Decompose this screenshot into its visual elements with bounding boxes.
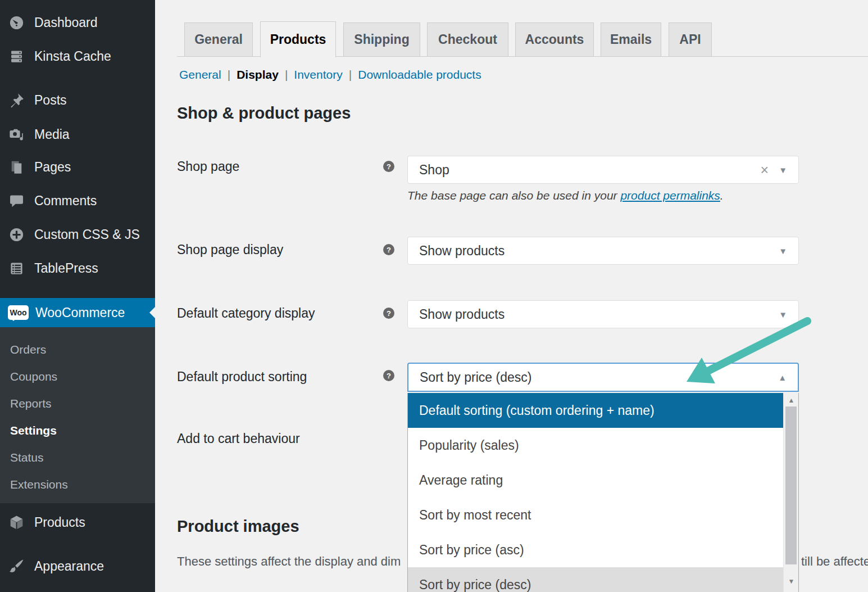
dropdown-scrollbar[interactable]: ▲ ▼ — [783, 393, 798, 592]
sorting-options-dropdown: Default sorting (custom ordering + name)… — [407, 393, 799, 592]
sidebar-item-custom-css-js[interactable]: Custom CSS & JS — [0, 221, 155, 248]
table-list-icon — [8, 260, 25, 277]
product-images-description-right: till be affecte — [801, 554, 868, 569]
default-product-sorting-select[interactable]: Sort by price (desc) ▲ — [407, 363, 799, 392]
sidebar-item-media[interactable]: Media — [0, 121, 155, 148]
server-icon — [8, 48, 25, 65]
sidebar-item-tablepress[interactable]: TablePress — [0, 255, 155, 282]
subnav-separator: | — [285, 68, 288, 81]
subnav-link-inventory[interactable]: Inventory — [294, 68, 342, 81]
submenu-item-reports[interactable]: Reports — [0, 390, 155, 417]
shop-page-select-value: Shop — [419, 162, 449, 178]
helper-prefix: The base page can also be used in your — [407, 189, 620, 202]
comment-icon — [8, 192, 25, 209]
option-default-sorting[interactable]: Default sorting (custom ordering + name) — [408, 393, 784, 428]
tab-general[interactable]: General — [184, 22, 253, 56]
sidebar-item-label: Custom CSS & JS — [34, 227, 140, 242]
section-title-shop-product-pages: Shop & product pages — [177, 104, 351, 123]
sidebar-item-dashboard[interactable]: Dashboard — [0, 9, 155, 36]
label-default-category-display: Default category display — [177, 306, 315, 321]
sidebar-item-label: Appearance — [34, 559, 104, 574]
sidebar-item-pages[interactable]: Pages — [0, 153, 155, 180]
scroll-up-icon[interactable]: ▲ — [784, 394, 799, 406]
plus-circle-icon — [8, 226, 25, 243]
submenu-item-status[interactable]: Status — [0, 444, 155, 471]
subnav-separator: | — [228, 68, 230, 81]
woocommerce-settings-page: Dashboard Kinsta Cache Posts Media Pages — [0, 0, 868, 592]
tab-products[interactable]: Products — [260, 21, 336, 57]
sidebar-item-label: Kinsta Cache — [34, 49, 111, 64]
pushpin-icon — [8, 92, 25, 109]
option-price-asc[interactable]: Sort by price (asc) — [408, 532, 784, 567]
clear-selection-icon[interactable]: × — [761, 164, 769, 175]
woocommerce-icon: Woo — [8, 304, 29, 321]
submenu-item-settings[interactable]: Settings — [0, 417, 155, 444]
products-subnav: General|Display|Inventory|Downloadable p… — [179, 68, 481, 82]
subnav-current-display[interactable]: Display — [237, 68, 279, 81]
sidebar-item-label: TablePress — [34, 261, 98, 276]
help-icon[interactable]: ? — [383, 161, 394, 172]
sidebar-item-label: Media — [34, 127, 70, 142]
scroll-down-icon[interactable]: ▼ — [784, 575, 799, 588]
media-icon — [8, 126, 25, 143]
product-images-description-left: These settings affect the display and di… — [177, 554, 401, 569]
label-add-to-cart-behaviour: Add to cart behaviour — [177, 431, 300, 446]
sidebar-item-label: Products — [34, 515, 85, 530]
sidebar-item-label: WooCommerce — [35, 305, 125, 320]
scrollbar-thumb[interactable] — [785, 406, 797, 564]
sidebar-item-kinsta-cache[interactable]: Kinsta Cache — [0, 43, 155, 70]
submenu-item-extensions[interactable]: Extensions — [0, 471, 155, 498]
sidebar-item-appearance[interactable]: Appearance — [0, 553, 155, 580]
chevron-down-icon: ▼ — [779, 165, 787, 175]
submenu-item-orders[interactable]: Orders — [0, 336, 155, 363]
dashboard-icon — [8, 14, 25, 31]
sidebar-item-posts[interactable]: Posts — [0, 87, 155, 114]
chevron-down-icon: ▼ — [779, 310, 787, 319]
sidebar-item-label: Dashboard — [34, 15, 98, 30]
brush-icon — [8, 558, 25, 575]
subnav-link-downloadable-products[interactable]: Downloadable products — [358, 68, 481, 81]
option-popularity[interactable]: Popularity (sales) — [408, 428, 784, 463]
product-permalinks-link[interactable]: product permalinks — [620, 189, 720, 202]
settings-content: General Products Shipping Checkout Accou… — [155, 0, 868, 592]
help-icon[interactable]: ? — [383, 244, 394, 255]
tab-checkout[interactable]: Checkout — [427, 22, 508, 56]
admin-sidebar: Dashboard Kinsta Cache Posts Media Pages — [0, 0, 155, 592]
label-shop-page-display: Shop page display — [177, 242, 283, 257]
sidebar-item-label: Pages — [34, 160, 71, 175]
sidebar-item-label: Comments — [34, 193, 97, 209]
subnav-link-general[interactable]: General — [179, 68, 221, 81]
tab-emails[interactable]: Emails — [601, 22, 661, 56]
sidebar-item-products[interactable]: Products — [0, 509, 155, 536]
label-shop-page: Shop page — [177, 159, 239, 174]
default-product-sorting-value: Sort by price (desc) — [420, 370, 531, 385]
help-icon[interactable]: ? — [383, 370, 394, 381]
subnav-separator: | — [349, 68, 352, 81]
helper-suffix: . — [720, 189, 724, 202]
pages-icon — [8, 159, 25, 175]
shop-page-helper-text: The base page can also be used in your p… — [407, 189, 724, 202]
sidebar-item-label: Posts — [34, 93, 67, 108]
chevron-up-icon: ▲ — [778, 373, 787, 382]
tab-shipping[interactable]: Shipping — [343, 22, 420, 56]
shop-page-select[interactable]: Shop × ▼ — [407, 156, 799, 184]
help-icon[interactable]: ? — [383, 308, 394, 319]
shop-page-display-value: Show products — [419, 243, 505, 259]
default-category-display-select[interactable]: Show products ▼ — [407, 300, 799, 328]
tab-api[interactable]: API — [669, 22, 712, 56]
option-average-rating[interactable]: Average rating — [408, 463, 784, 498]
section-title-product-images: Product images — [177, 517, 299, 536]
option-price-desc[interactable]: Sort by price (desc) — [408, 567, 784, 592]
option-most-recent[interactable]: Sort by most recent — [408, 498, 784, 532]
shop-page-display-select[interactable]: Show products ▼ — [407, 237, 799, 265]
woocommerce-submenu: Orders Coupons Reports Settings Status E… — [0, 327, 155, 503]
box-icon — [8, 514, 25, 531]
label-default-product-sorting: Default product sorting — [177, 369, 307, 385]
tab-accounts[interactable]: Accounts — [515, 22, 594, 56]
submenu-item-coupons[interactable]: Coupons — [0, 363, 155, 390]
sidebar-item-comments[interactable]: Comments — [0, 187, 155, 214]
chevron-down-icon: ▼ — [779, 246, 787, 256]
default-category-display-value: Show products — [419, 307, 505, 322]
sidebar-item-woocommerce[interactable]: Woo WooCommerce — [0, 298, 155, 327]
